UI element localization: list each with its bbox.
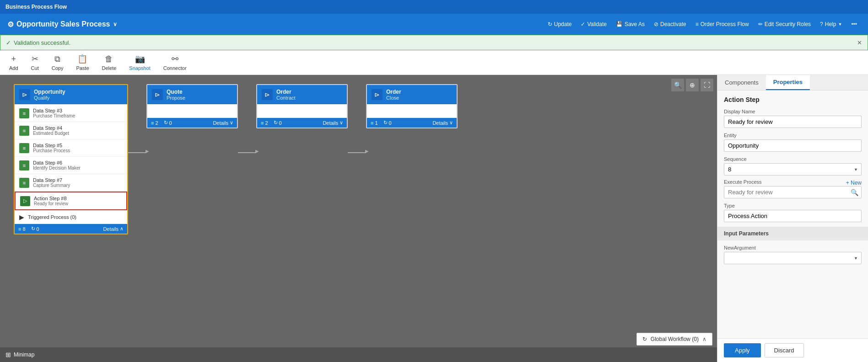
step-subtitle: Capture Summary — [33, 183, 70, 188]
tab-properties[interactable]: Properties — [766, 75, 810, 90]
fullscreen-button[interactable]: ⛶ — [701, 79, 713, 91]
save-as-label: Save As — [625, 21, 645, 27]
sequence-select[interactable]: 8 — [724, 163, 862, 176]
validation-close-icon[interactable]: ✕ — [857, 39, 862, 46]
step-item-6[interactable]: ≡ Data Step #6 Identify Decision Maker — [15, 157, 127, 174]
order-process-flow-button[interactable]: ≡ Order Process Flow — [692, 19, 753, 29]
top-bar: Business Process Flow — [0, 0, 868, 14]
edit-security-roles-icon: ✏ — [758, 21, 763, 27]
step-count-4: ≡ 1 — [371, 120, 378, 126]
execute-process-input[interactable] — [724, 186, 848, 198]
help-button[interactable]: ? Help ▼ — [816, 19, 846, 29]
title-chevron[interactable]: ∨ — [113, 21, 117, 27]
discard-button[interactable]: Discard — [765, 343, 804, 357]
step-title: Data Step #3 — [33, 108, 75, 113]
execute-process-new-link[interactable]: + New — [846, 180, 862, 186]
validate-label: Validate — [587, 21, 606, 27]
step-count-3: ≡ 2 — [261, 120, 268, 126]
connector-3 — [348, 152, 366, 153]
details-button-3[interactable]: Details ∨ — [323, 120, 343, 126]
step-item-7[interactable]: ≡ Data Step #7 Capture Summary — [15, 174, 127, 192]
details-button-2[interactable]: Details ∨ — [213, 120, 233, 126]
panel-tabs: Components Properties — [717, 75, 868, 90]
cut-icon: ✂ — [32, 54, 38, 64]
loop-count-icon: ↻ — [31, 226, 35, 232]
step-title: Data Step #7 — [33, 177, 70, 183]
minimap-bar[interactable]: ⊞ Minimap — [0, 347, 717, 362]
loop-count-value-4: 0 — [389, 120, 392, 126]
step-icon: ▷ — [20, 196, 30, 206]
zoom-out-icon: 🔍 — [674, 81, 682, 89]
new-argument-select[interactable] — [724, 252, 862, 264]
help-icon: ? — [820, 21, 823, 27]
global-workflow[interactable]: ↻ Global Workflow (0) ∧ — [636, 333, 712, 346]
display-name-input[interactable] — [724, 116, 862, 128]
connector-button[interactable]: ⚯ Connector — [158, 52, 192, 73]
stage-subtitle-4: Close — [386, 95, 401, 101]
step-title: Data Step #5 — [33, 143, 70, 148]
validate-button[interactable]: ✓ Validate — [577, 19, 610, 29]
snapshot-button[interactable]: 📷 Snapshot — [124, 52, 156, 73]
details-button-4[interactable]: Details ∨ — [432, 120, 453, 126]
stage-quote-propose[interactable]: ⊳ Quote Propose ≡ 2 ↻ 0 — [146, 84, 238, 128]
stage-footer-2: ≡ 2 ↻ 0 Details ∨ — [147, 118, 237, 128]
execute-process-label: Execute Process — [724, 179, 762, 185]
stage-order-close-header: ⊳ Order Close — [367, 85, 457, 104]
edit-security-roles-button[interactable]: ✏ Edit Security Roles — [755, 19, 814, 29]
triggered-process[interactable]: ▶ Triggered Process (0) — [15, 210, 127, 224]
more-button[interactable]: ••• — [847, 19, 861, 29]
order-process-flow-icon: ≡ — [695, 21, 699, 27]
global-workflow-label: Global Workflow (0) — [651, 336, 699, 342]
sequence-label: Sequence — [724, 156, 862, 162]
tab-components[interactable]: Components — [717, 75, 766, 90]
step-text: Data Step #4 Estimated Budget — [33, 125, 69, 136]
type-input[interactable] — [724, 210, 862, 222]
deactivate-button[interactable]: ⊘ Deactivate — [650, 19, 690, 29]
header: ⚙ Opportunity Sales Process ∨ ↻ Update ✓… — [0, 14, 868, 35]
step-title: Data Step #4 — [33, 125, 69, 131]
zoom-in-button[interactable]: ⊕ — [686, 79, 699, 91]
paste-button[interactable]: 📋 Paste — [70, 52, 94, 73]
stage-icon-2: ⊳ — [152, 89, 163, 100]
execute-process-row: Execute Process + New — [724, 179, 862, 186]
stage-order-close[interactable]: ⊳ Order Close ≡ 1 ↻ 0 — [366, 84, 458, 128]
canvas[interactable]: 🔍 ⊕ ⛶ ⊳ Opportunity Qualify — [0, 75, 717, 362]
zoom-out-button[interactable]: 🔍 — [671, 79, 684, 91]
save-as-button[interactable]: 💾 Save As — [612, 19, 648, 29]
step-item-4[interactable]: ≡ Data Step #4 Estimated Budget — [15, 122, 127, 139]
tab-properties-label: Properties — [773, 79, 803, 85]
deactivate-icon: ⊘ — [654, 21, 658, 27]
loop-count: ↻ 0 — [31, 226, 39, 232]
step-subtitle: Estimated Budget — [33, 131, 69, 136]
stage-title-group: Opportunity Qualify — [34, 89, 65, 101]
step-count-value-4: 1 — [375, 120, 377, 126]
step-count-icon-4: ≡ — [371, 120, 373, 126]
add-button[interactable]: + Add — [4, 53, 24, 73]
step-title: Data Step #6 — [33, 160, 81, 165]
stage-order-contract[interactable]: ⊳ Order Contract ≡ 2 ↻ 0 — [256, 84, 348, 128]
add-label: Add — [9, 65, 18, 71]
delete-button[interactable]: 🗑 Delete — [97, 53, 122, 73]
stage-footer-3: ≡ 2 ↻ 0 Details ∨ — [257, 118, 347, 128]
details-button-1[interactable]: Details ∧ — [103, 226, 124, 232]
cut-button[interactable]: ✂ Cut — [26, 52, 44, 73]
stage-subtitle: Qualify — [34, 95, 65, 101]
apply-button[interactable]: Apply — [724, 343, 761, 357]
stage-icon: ⊳ — [19, 89, 30, 100]
entity-input[interactable] — [724, 139, 862, 152]
step-item-3[interactable]: ≡ Data Step #3 Purchase Timeframe — [15, 105, 127, 122]
copy-button[interactable]: ⧉ Copy — [46, 53, 69, 73]
execute-process-search-button[interactable]: 🔍 — [848, 187, 861, 198]
details-chevron-icon-2: ∨ — [230, 120, 233, 126]
canvas-controls: 🔍 ⊕ ⛶ — [671, 79, 713, 91]
global-workflow-chevron-icon: ∧ — [702, 336, 706, 342]
delete-label: Delete — [102, 65, 117, 71]
step-item-5[interactable]: ≡ Data Step #5 Purchase Process — [15, 139, 127, 157]
details-chevron-icon-4: ∨ — [449, 120, 453, 126]
update-button[interactable]: ↻ Update — [544, 19, 576, 29]
step-text: Action Step #8 Ready for review — [34, 196, 68, 206]
stage-opportunity-qualify[interactable]: ⊳ Opportunity Qualify ≡ Data Step #3 Pur… — [14, 84, 128, 234]
step-item-8[interactable]: ▷ Action Step #8 Ready for review — [15, 192, 127, 210]
connector-label: Connector — [163, 65, 187, 71]
step-text: Data Step #5 Purchase Process — [33, 143, 70, 153]
